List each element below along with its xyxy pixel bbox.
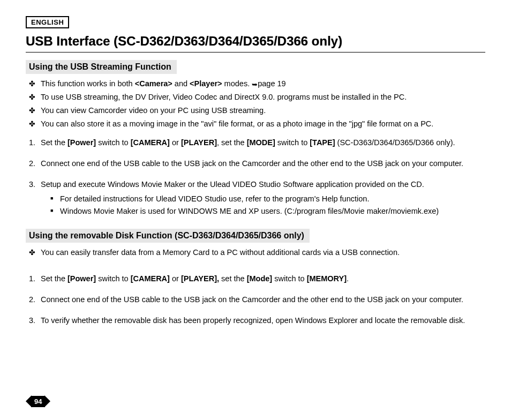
- bold-text: [MODE]: [247, 138, 275, 147]
- sub-bullet-item: Windows Movie Maker is used for WINDOWS …: [50, 206, 485, 217]
- section-removable-disk: Using the removable Disk Function (SC-D3…: [26, 229, 485, 326]
- bold-text: [TAPE]: [310, 138, 335, 147]
- text: Connect one end of the USB cable to the …: [41, 295, 463, 304]
- step-number: 3.: [29, 179, 35, 190]
- text: Connect one end of the USB cable to the …: [41, 159, 463, 168]
- bullet-item: This function works in both <Camera> and…: [29, 78, 485, 89]
- bullet-item: You can view Camcorder video on your PC …: [29, 105, 485, 116]
- text: switch to: [96, 138, 130, 147]
- bold-text: [CAMERA]: [131, 138, 170, 147]
- page-number-badge: 94: [26, 395, 50, 407]
- text: .: [347, 274, 349, 283]
- text: set the: [219, 274, 247, 283]
- feature-bullets: This function works in both <Camera> and…: [29, 78, 485, 130]
- numbered-steps: 1. Set the [Power] switch to [CAMERA] or…: [29, 273, 485, 326]
- text: This function works in both: [41, 79, 135, 88]
- bold-text: [MEMORY]: [307, 274, 347, 283]
- bold-text: [Mode]: [247, 274, 273, 283]
- language-label: ENGLISH: [26, 16, 69, 28]
- text: Setup and execute Windows Movie Maker or…: [41, 180, 424, 189]
- section-usb-streaming: Using the USB Streaming Function This fu…: [26, 60, 485, 217]
- text: Set the: [41, 138, 67, 147]
- bold-text: [PLAYER]: [181, 138, 217, 147]
- text: To verify whether the removable disk has…: [41, 316, 465, 325]
- numbered-steps: 1. Set the [Power] switch to [CAMERA] or…: [29, 137, 485, 217]
- step-number: 1.: [29, 137, 35, 148]
- step-item: 3. To verify whether the removable disk …: [29, 315, 485, 326]
- step-item: 2. Connect one end of the USB cable to t…: [29, 158, 485, 169]
- bold-text: [Power]: [67, 138, 96, 147]
- text: (SC-D363/D364/D365/D366 only).: [335, 138, 455, 147]
- text: , set the: [217, 138, 247, 147]
- step-item: 1. Set the [Power] switch to [CAMERA] or…: [29, 273, 485, 284]
- step-item: 1. Set the [Power] switch to [CAMERA] or…: [29, 137, 485, 148]
- step-number: 3.: [29, 315, 35, 326]
- page-reference: page 19: [258, 79, 285, 88]
- step-item: 2. Connect one end of the USB cable to t…: [29, 294, 485, 305]
- step-number: 1.: [29, 273, 35, 284]
- text: or: [170, 274, 181, 283]
- bold-text: [PLAYER],: [181, 274, 219, 283]
- feature-bullets: You can easily transfer data from a Memo…: [29, 247, 485, 258]
- text: and: [172, 79, 190, 88]
- section-heading: Using the USB Streaming Function: [26, 60, 177, 74]
- triangle-right-icon: [44, 395, 50, 407]
- page-title: USB Interface (SC-D362/D363/D364/D365/D3…: [26, 34, 485, 52]
- step-number: 2.: [29, 294, 35, 305]
- bullet-item: You can also store it as a moving image …: [29, 118, 485, 130]
- text: modes.: [222, 79, 252, 88]
- section-heading: Using the removable Disk Function (SC-D3…: [26, 229, 310, 243]
- text: switch to: [272, 274, 306, 283]
- text: switch to: [275, 138, 310, 147]
- text: or: [170, 138, 181, 147]
- bold-text: [Power]: [67, 274, 96, 283]
- page-number: 94: [31, 396, 45, 407]
- bold-text: [CAMERA]: [131, 274, 170, 283]
- step-item: 3. Setup and execute Windows Movie Maker…: [29, 179, 485, 217]
- sub-bullets: For detailed instructions for Ulead VIDE…: [50, 193, 485, 217]
- bullet-item: To use USB streaming, the DV Driver, Vid…: [29, 92, 485, 103]
- text: switch to: [96, 274, 130, 283]
- bold-text: <Camera>: [135, 79, 172, 88]
- manual-page: ENGLISH USB Interface (SC-D362/D363/D364…: [0, 0, 511, 420]
- bullet-item: You can easily transfer data from a Memo…: [29, 247, 485, 258]
- sub-bullet-item: For detailed instructions for Ulead VIDE…: [50, 193, 485, 205]
- bold-text: <Player>: [190, 79, 222, 88]
- step-number: 2.: [29, 158, 35, 169]
- reference-arrow-icon: ➥: [252, 80, 258, 90]
- text: Set the: [41, 274, 67, 283]
